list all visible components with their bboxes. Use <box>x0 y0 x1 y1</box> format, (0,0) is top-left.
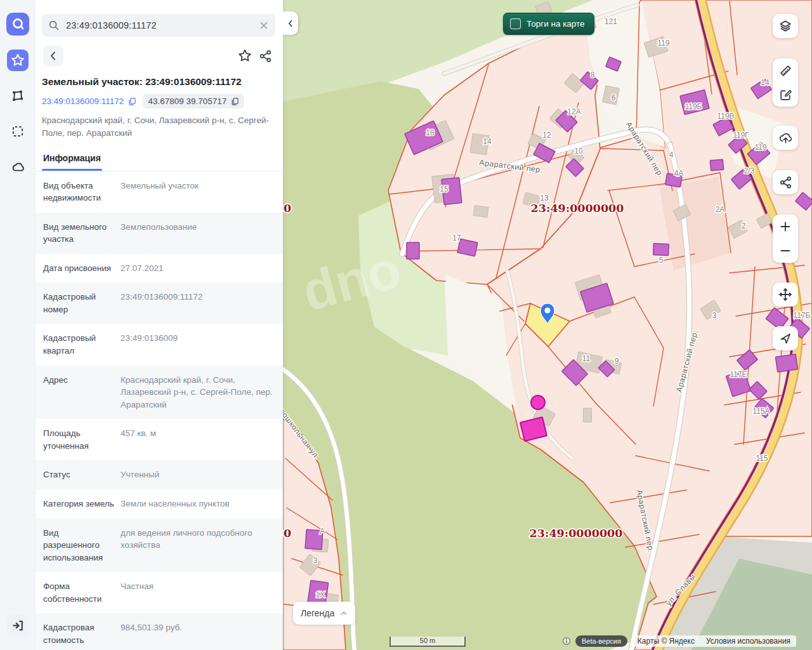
info-row-label: Категория земель <box>43 498 114 510</box>
measure-tools <box>773 58 798 107</box>
info-table: Вид объекта недвижимостиЗемельный участо… <box>36 171 283 650</box>
copyright-text[interactable]: Карты © Яндекс <box>638 637 695 646</box>
info-row-value: Земли населенных пунктов <box>121 498 274 510</box>
object-address: Краснодарский край, г. Сочи, Лазаревский… <box>42 114 275 140</box>
info-row: Вид земельного участкаЗемлепользование <box>36 213 283 254</box>
navigation-arrow-icon <box>779 332 792 345</box>
info-row-label: Форма собственности <box>43 580 114 605</box>
sign-in-button[interactable] <box>7 614 29 636</box>
info-row: Форма собственностиЧастная <box>36 572 283 613</box>
plus-icon <box>780 221 791 232</box>
svg-text:3: 3 <box>313 556 318 565</box>
info-row: Кадастровая стоимость984,501.39 руб. <box>36 613 283 650</box>
sign-in-icon <box>11 619 25 632</box>
search-input[interactable] <box>65 20 254 31</box>
info-row-label: Дата присвоения <box>43 262 114 275</box>
svg-text:18: 18 <box>426 128 435 137</box>
zoom-in-button[interactable] <box>773 215 798 239</box>
zoom-out-button[interactable] <box>773 239 798 263</box>
draw-button[interactable] <box>773 83 798 107</box>
trades-checkbox[interactable] <box>510 18 521 29</box>
info-row-label: Кадастровый номер <box>43 291 114 315</box>
locate-me-button[interactable] <box>773 326 798 350</box>
info-row: Вид объекта недвижимостиЗемельный участо… <box>36 171 283 213</box>
svg-text:119В: 119В <box>717 112 734 121</box>
svg-text:9: 9 <box>615 357 619 366</box>
info-row-label: Вид разрешенного использования <box>43 527 114 564</box>
info-row: Дата присвоения27.07.2021 <box>36 254 283 283</box>
ruler-icon <box>779 64 792 77</box>
back-button[interactable] <box>43 46 63 66</box>
coordinates-chip[interactable]: 43.67809 39.705717 <box>143 94 244 109</box>
info-row: АдресКраснодарский край, г. Сочи, Лазаре… <box>36 366 283 420</box>
info-row-label: Площадь уточненная <box>43 427 114 452</box>
svg-text:12: 12 <box>542 131 551 140</box>
layers-button[interactable] <box>773 14 798 38</box>
favorite-button[interactable] <box>235 46 255 66</box>
svg-text:15: 15 <box>440 185 449 194</box>
object-actions <box>43 46 275 66</box>
sidebar-item-polygon-tool[interactable] <box>7 85 29 107</box>
ruler-button[interactable] <box>773 58 798 83</box>
star-outline-icon <box>238 49 252 63</box>
share-map-button[interactable] <box>773 170 798 194</box>
trades-on-map-toggle[interactable]: Торги на карте <box>503 13 594 35</box>
tab-information[interactable]: Информация <box>42 149 102 169</box>
info-row-value: Учтенный <box>121 468 274 481</box>
share-button[interactable] <box>255 46 275 66</box>
sidebar-item-favorites[interactable] <box>7 50 29 71</box>
search-bar[interactable] <box>42 14 275 37</box>
svg-text:4: 4 <box>669 150 674 159</box>
svg-text:117Б: 117Б <box>793 311 810 320</box>
copy-icon[interactable] <box>128 97 136 106</box>
scale-bar: 50 m <box>390 637 466 647</box>
info-row-value: 27.07.2021 <box>121 262 274 275</box>
coordinates-text: 43.67809 39.705717 <box>148 96 226 106</box>
svg-text:12А: 12А <box>567 107 580 116</box>
svg-text:23:49:0000000: 23:49:0000000 <box>531 202 624 215</box>
svg-text:119: 119 <box>754 143 766 152</box>
zoom-controls <box>773 215 798 263</box>
map-canvas[interactable]: dno 1211198612А1210181415131744А2/314119… <box>283 0 812 650</box>
svg-text:1Х: 1Х <box>316 590 325 599</box>
info-row-label: Кадастровый квартал <box>43 332 114 357</box>
svg-text:2А: 2А <box>716 205 725 214</box>
layers-icon <box>778 19 792 33</box>
cloud-icon <box>11 160 25 175</box>
edit-icon <box>779 88 792 102</box>
map-attribution: Beta-версия Карты © Яндекс Условия испол… <box>562 635 796 647</box>
upload-button[interactable] <box>773 126 798 150</box>
sidebar-item-cloud[interactable] <box>7 156 29 178</box>
map-area[interactable]: dno 1211198612А1210181415131744А2/314119… <box>283 0 812 650</box>
sidebar-item-select-area[interactable] <box>7 121 29 142</box>
terms-link[interactable]: Условия использования <box>706 637 790 646</box>
svg-text:4А: 4А <box>674 169 684 178</box>
svg-text:00: 00 <box>283 202 291 215</box>
legend-button[interactable]: Легенда <box>293 602 355 625</box>
svg-text:13: 13 <box>540 194 549 202</box>
scale-label: 50 m <box>420 637 435 644</box>
info-row-label: Вид земельного участка <box>43 221 114 246</box>
info-row: Категория земельЗемли населенных пунктов <box>36 489 283 519</box>
info-row-value: Землепользование <box>121 221 274 246</box>
info-row-label: Статус <box>43 468 114 481</box>
info-row-label: Кадастровая стоимость <box>43 621 114 646</box>
beta-badge: Beta-версия <box>575 635 627 647</box>
app-logo[interactable] <box>6 13 29 36</box>
svg-text:2/3: 2/3 <box>744 166 755 175</box>
highlighted-circle-object <box>531 395 545 409</box>
copy-icon[interactable] <box>230 97 239 106</box>
info-row-value: для ведения личного подсобного хозяйства <box>121 527 274 564</box>
collapse-panel-button[interactable] <box>283 11 298 35</box>
cadastral-number-link[interactable]: 23:49:0136009:11172 <box>42 96 136 106</box>
svg-text:14: 14 <box>761 78 769 87</box>
svg-text:5: 5 <box>659 256 664 265</box>
info-row: Вид разрешенного использованиядля ведени… <box>36 519 283 573</box>
info-icon[interactable] <box>562 637 571 646</box>
legend-label: Легенда <box>301 608 334 618</box>
chevron-left-icon <box>48 51 58 61</box>
app-logo-icon <box>10 17 25 32</box>
pan-mode-button[interactable] <box>773 282 798 307</box>
clear-search-icon[interactable] <box>259 20 269 30</box>
select-area-icon <box>11 124 25 138</box>
